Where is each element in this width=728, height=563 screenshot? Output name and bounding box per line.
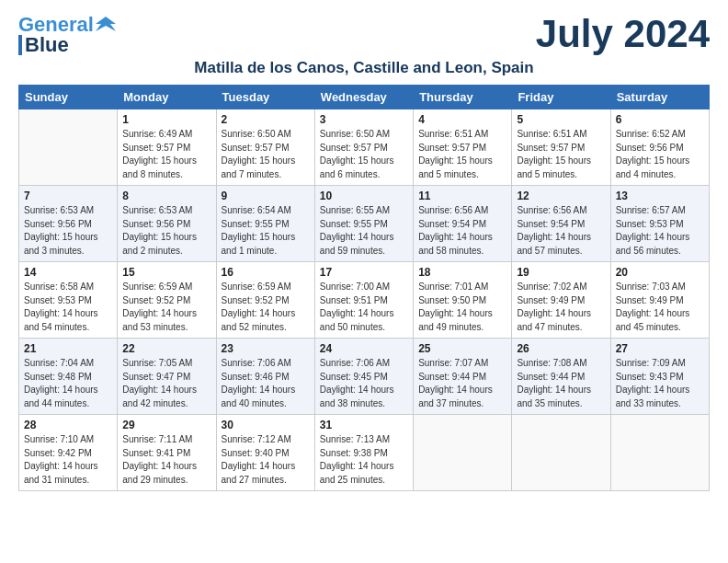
calendar-cell: 9Sunrise: 6:54 AM Sunset: 9:55 PM Daylig…	[216, 186, 314, 262]
day-number: 12	[517, 190, 605, 202]
calendar-cell: 22Sunrise: 7:05 AM Sunset: 9:47 PM Dayli…	[118, 339, 216, 415]
day-info: Sunrise: 7:06 AM Sunset: 9:45 PM Dayligh…	[320, 357, 408, 410]
logo-text: General	[18, 15, 94, 35]
day-number: 13	[616, 190, 704, 202]
month-title: July 2024	[536, 15, 710, 53]
day-number: 6	[616, 113, 704, 126]
calendar-cell: 10Sunrise: 6:55 AM Sunset: 9:55 PM Dayli…	[314, 186, 413, 262]
calendar-cell: 8Sunrise: 6:53 AM Sunset: 9:56 PM Daylig…	[118, 186, 216, 262]
day-number: 21	[24, 342, 112, 355]
day-info: Sunrise: 6:53 AM Sunset: 9:56 PM Dayligh…	[24, 204, 112, 258]
weekday-header-sunday: Sunday	[19, 86, 118, 109]
day-number: 8	[122, 190, 210, 202]
day-info: Sunrise: 6:56 AM Sunset: 9:54 PM Dayligh…	[418, 204, 506, 258]
calendar-table: SundayMondayTuesdayWednesdayThursdayFrid…	[18, 85, 710, 491]
calendar-cell: 24Sunrise: 7:06 AM Sunset: 9:45 PM Dayli…	[314, 339, 413, 415]
day-number: 30	[222, 419, 310, 431]
logo: General Blue	[18, 15, 116, 55]
calendar-cell: 28Sunrise: 7:10 AM Sunset: 9:42 PM Dayli…	[19, 415, 118, 491]
day-info: Sunrise: 6:51 AM Sunset: 9:57 PM Dayligh…	[418, 128, 506, 181]
day-number: 5	[517, 113, 605, 126]
calendar-cell	[512, 415, 610, 491]
calendar-cell: 17Sunrise: 7:00 AM Sunset: 9:51 PM Dayli…	[314, 262, 413, 339]
calendar-cell: 21Sunrise: 7:04 AM Sunset: 9:48 PM Dayli…	[19, 339, 118, 415]
calendar-cell: 5Sunrise: 6:51 AM Sunset: 9:57 PM Daylig…	[512, 109, 610, 186]
day-number: 16	[222, 266, 310, 279]
calendar-cell: 19Sunrise: 7:02 AM Sunset: 9:49 PM Dayli…	[512, 262, 610, 339]
day-number: 2	[222, 113, 310, 126]
day-number: 27	[616, 342, 704, 355]
day-number: 18	[418, 266, 506, 279]
calendar-cell: 26Sunrise: 7:08 AM Sunset: 9:44 PM Dayli…	[512, 339, 610, 415]
calendar-cell: 23Sunrise: 7:06 AM Sunset: 9:46 PM Dayli…	[216, 339, 314, 415]
day-info: Sunrise: 6:55 AM Sunset: 9:55 PM Dayligh…	[320, 204, 408, 258]
day-number: 7	[24, 190, 112, 202]
day-number: 31	[320, 419, 408, 431]
day-number: 29	[122, 419, 210, 431]
day-info: Sunrise: 7:13 AM Sunset: 9:38 PM Dayligh…	[320, 433, 408, 487]
calendar-cell	[414, 415, 512, 491]
day-info: Sunrise: 6:59 AM Sunset: 9:52 PM Dayligh…	[122, 281, 210, 334]
day-info: Sunrise: 6:49 AM Sunset: 9:57 PM Dayligh…	[122, 128, 210, 181]
weekday-header-friday: Friday	[512, 86, 610, 109]
calendar-cell: 13Sunrise: 6:57 AM Sunset: 9:53 PM Dayli…	[610, 186, 709, 262]
weekday-header-tuesday: Tuesday	[216, 86, 314, 109]
day-number: 9	[222, 190, 310, 202]
calendar-cell: 3Sunrise: 6:50 AM Sunset: 9:57 PM Daylig…	[314, 109, 413, 186]
calendar-cell: 18Sunrise: 7:01 AM Sunset: 9:50 PM Dayli…	[414, 262, 512, 339]
calendar-cell: 27Sunrise: 7:09 AM Sunset: 9:43 PM Dayli…	[610, 339, 709, 415]
day-info: Sunrise: 7:02 AM Sunset: 9:49 PM Dayligh…	[517, 281, 605, 334]
day-info: Sunrise: 6:57 AM Sunset: 9:53 PM Dayligh…	[616, 204, 704, 258]
calendar-cell: 4Sunrise: 6:51 AM Sunset: 9:57 PM Daylig…	[414, 109, 512, 186]
day-info: Sunrise: 6:51 AM Sunset: 9:57 PM Dayligh…	[517, 128, 605, 181]
day-number: 20	[616, 266, 704, 279]
day-number: 10	[320, 190, 408, 202]
day-number: 4	[418, 113, 506, 126]
day-info: Sunrise: 6:58 AM Sunset: 9:53 PM Dayligh…	[24, 281, 112, 334]
calendar-cell: 2Sunrise: 6:50 AM Sunset: 9:57 PM Daylig…	[216, 109, 314, 186]
calendar-cell	[19, 109, 118, 186]
day-info: Sunrise: 6:59 AM Sunset: 9:52 PM Dayligh…	[222, 281, 310, 334]
day-number: 19	[517, 266, 605, 279]
day-number: 11	[418, 190, 506, 202]
day-number: 28	[24, 419, 112, 431]
logo-bird-icon	[96, 15, 116, 35]
weekday-header-saturday: Saturday	[610, 86, 709, 109]
day-number: 24	[320, 342, 408, 355]
day-info: Sunrise: 7:00 AM Sunset: 9:51 PM Dayligh…	[320, 281, 408, 334]
calendar-cell: 25Sunrise: 7:07 AM Sunset: 9:44 PM Dayli…	[414, 339, 512, 415]
svg-marker-0	[96, 17, 116, 31]
location-title: Matilla de los Canos, Castille and Leon,…	[18, 59, 710, 77]
day-info: Sunrise: 6:56 AM Sunset: 9:54 PM Dayligh…	[517, 204, 605, 258]
day-info: Sunrise: 7:07 AM Sunset: 9:44 PM Dayligh…	[418, 357, 506, 410]
calendar-cell: 30Sunrise: 7:12 AM Sunset: 9:40 PM Dayli…	[216, 415, 314, 491]
day-info: Sunrise: 7:06 AM Sunset: 9:46 PM Dayligh…	[222, 357, 310, 410]
day-info: Sunrise: 6:50 AM Sunset: 9:57 PM Dayligh…	[320, 128, 408, 181]
calendar-cell: 6Sunrise: 6:52 AM Sunset: 9:56 PM Daylig…	[610, 109, 709, 186]
weekday-header-thursday: Thursday	[414, 86, 512, 109]
day-info: Sunrise: 7:04 AM Sunset: 9:48 PM Dayligh…	[24, 357, 112, 410]
calendar-cell: 7Sunrise: 6:53 AM Sunset: 9:56 PM Daylig…	[19, 186, 118, 262]
day-number: 15	[122, 266, 210, 279]
day-info: Sunrise: 7:10 AM Sunset: 9:42 PM Dayligh…	[24, 433, 112, 487]
day-number: 3	[320, 113, 408, 126]
calendar-cell: 29Sunrise: 7:11 AM Sunset: 9:41 PM Dayli…	[118, 415, 216, 491]
calendar-cell: 20Sunrise: 7:03 AM Sunset: 9:49 PM Dayli…	[610, 262, 709, 339]
day-info: Sunrise: 7:09 AM Sunset: 9:43 PM Dayligh…	[616, 357, 704, 410]
calendar-cell: 15Sunrise: 6:59 AM Sunset: 9:52 PM Dayli…	[118, 262, 216, 339]
day-number: 26	[517, 342, 605, 355]
logo-blue-text: Blue	[25, 35, 69, 55]
calendar-cell: 12Sunrise: 6:56 AM Sunset: 9:54 PM Dayli…	[512, 186, 610, 262]
day-number: 22	[122, 342, 210, 355]
weekday-header-wednesday: Wednesday	[314, 86, 413, 109]
day-info: Sunrise: 6:52 AM Sunset: 9:56 PM Dayligh…	[616, 128, 704, 181]
day-info: Sunrise: 6:54 AM Sunset: 9:55 PM Dayligh…	[222, 204, 310, 258]
day-info: Sunrise: 7:08 AM Sunset: 9:44 PM Dayligh…	[517, 357, 605, 410]
calendar-cell: 14Sunrise: 6:58 AM Sunset: 9:53 PM Dayli…	[19, 262, 118, 339]
day-number: 25	[418, 342, 506, 355]
calendar-cell: 16Sunrise: 6:59 AM Sunset: 9:52 PM Dayli…	[216, 262, 314, 339]
day-info: Sunrise: 7:05 AM Sunset: 9:47 PM Dayligh…	[122, 357, 210, 410]
calendar-cell	[610, 415, 709, 491]
weekday-header-monday: Monday	[118, 86, 216, 109]
day-info: Sunrise: 7:03 AM Sunset: 9:49 PM Dayligh…	[616, 281, 704, 334]
